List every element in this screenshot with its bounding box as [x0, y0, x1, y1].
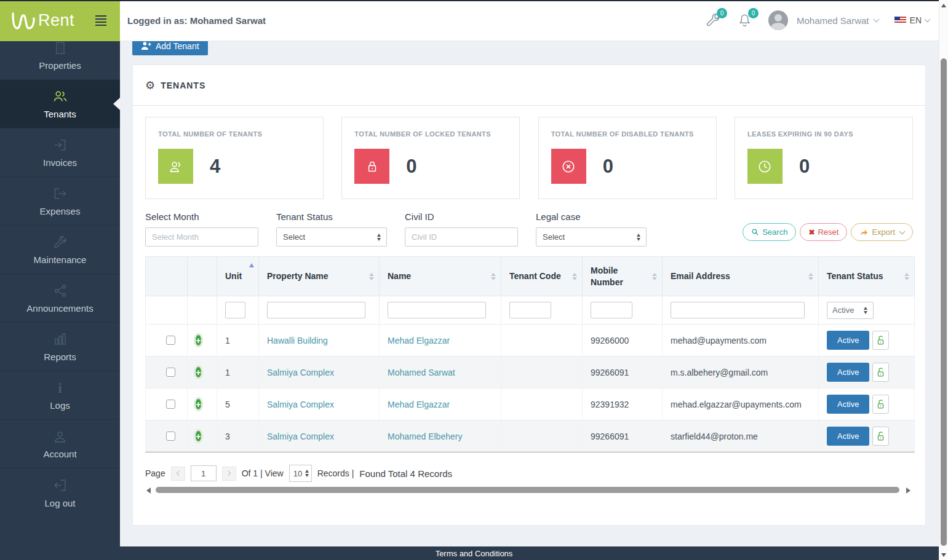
- row-checkbox[interactable]: [166, 336, 175, 345]
- status-button[interactable]: Active: [827, 363, 869, 382]
- stat-value: 0: [603, 156, 613, 178]
- scroll-up-arrow[interactable]: [941, 4, 946, 7]
- maintenance-requests-button[interactable]: 0: [705, 12, 721, 28]
- prev-page-button[interactable]: [171, 467, 185, 481]
- reset-button[interactable]: ✖ Reset: [800, 223, 847, 241]
- selected-value: Active: [832, 306, 854, 315]
- tenant-name-link[interactable]: Mohamed Elbehery: [388, 432, 462, 441]
- unlock-button[interactable]: [872, 395, 889, 414]
- reset-label: Reset: [818, 227, 838, 237]
- mobile-filter-input[interactable]: [591, 302, 632, 318]
- tenants-table: Unit Property Name Name Tenant Code Mobi…: [145, 256, 915, 452]
- selected-value: Select: [543, 232, 565, 242]
- filter-label: Select Month: [145, 211, 258, 222]
- stat-title: TOTAL NUMBER OF LOCKED TENANTS: [354, 129, 508, 140]
- tenant-name-link[interactable]: Mehad Elgazzar: [388, 336, 450, 345]
- unlock-button[interactable]: [872, 363, 889, 382]
- col-header-property[interactable]: Property Name: [259, 257, 380, 296]
- next-page-button[interactable]: [222, 467, 236, 481]
- tenant-name-link[interactable]: Mehad Elgazzar: [388, 400, 450, 409]
- sidebar-item-logs[interactable]: i Logs: [0, 371, 120, 420]
- bell-badge: 0: [748, 8, 759, 18]
- page-label: Page: [145, 468, 165, 478]
- col-header-name[interactable]: Name: [380, 257, 501, 296]
- hamburger-icon[interactable]: [95, 15, 106, 28]
- sidebar-item-reports[interactable]: Reports: [0, 323, 120, 371]
- scroll-down-arrow[interactable]: [941, 553, 946, 557]
- sidebar-item-maintenance[interactable]: Maintenance: [0, 226, 120, 274]
- scroll-right-arrow[interactable]: [906, 487, 910, 494]
- expand-row-button[interactable]: +: [196, 399, 201, 409]
- col-header-status[interactable]: Tenant Status: [819, 257, 915, 296]
- search-icon: [751, 228, 759, 236]
- sidebar-item-account[interactable]: Account: [0, 420, 120, 468]
- language-selector[interactable]: EN: [894, 15, 930, 25]
- notifications-button[interactable]: 0: [737, 12, 752, 28]
- row-checkbox[interactable]: [166, 368, 175, 377]
- wrent-logo-icon[interactable]: [10, 10, 37, 31]
- padlock-open-icon: [876, 367, 885, 377]
- filter-label: Legal case: [536, 211, 647, 222]
- col-header-unit[interactable]: Unit: [217, 257, 259, 296]
- row-checkbox[interactable]: [166, 432, 175, 441]
- vertical-scroll-thumb[interactable]: [941, 58, 947, 546]
- select-month-input[interactable]: [145, 227, 258, 246]
- brand-name[interactable]: Rent: [38, 11, 74, 30]
- page-number-input[interactable]: [191, 465, 217, 481]
- property-link[interactable]: Salmiya Complex: [267, 432, 334, 441]
- sidebar-item-announcements[interactable]: Announcements: [0, 274, 120, 323]
- avatar[interactable]: [768, 10, 788, 30]
- export-label: Export: [872, 227, 895, 237]
- email-filter-input[interactable]: [671, 302, 805, 318]
- padlock-open-icon: [876, 431, 885, 441]
- search-button[interactable]: Search: [743, 223, 796, 241]
- table-filter-row: Active: [146, 296, 915, 325]
- expand-row-button[interactable]: +: [196, 431, 201, 441]
- sort-icon: [572, 273, 577, 280]
- terms-link[interactable]: Terms and Conditions: [436, 549, 513, 558]
- sidebar-item-expenses[interactable]: Expenses: [0, 177, 120, 226]
- stat-title: TOTAL NUMBER OF DISABLED TENANTS: [551, 129, 705, 140]
- sidebar-item-tenants[interactable]: Tenants: [0, 80, 120, 128]
- tenants-panel: ⚙ TENANTS TOTAL NUMBER OF TENANTS 4 TOTA…: [132, 65, 926, 526]
- unlock-button[interactable]: [872, 427, 889, 446]
- status-button[interactable]: Active: [827, 395, 869, 414]
- expand-row-button[interactable]: +: [196, 335, 201, 345]
- col-header-mobile[interactable]: Mobile Number: [583, 257, 663, 296]
- name-filter-input[interactable]: [388, 302, 486, 318]
- stat-card-leases-expiring: LEASES EXPIRING IN 90 DAYS 0: [735, 117, 913, 199]
- property-link[interactable]: Hawalli Building: [267, 336, 328, 345]
- status-button[interactable]: Active: [827, 331, 869, 350]
- scroll-left-arrow[interactable]: [146, 487, 151, 494]
- mobile-cell: 99266000: [583, 325, 663, 357]
- chevron-left-icon: [176, 471, 181, 476]
- sidebar-item-logout[interactable]: Log out: [0, 468, 120, 517]
- expand-row-button[interactable]: +: [196, 367, 201, 377]
- status-button[interactable]: Active: [827, 427, 869, 446]
- tenant-name-link[interactable]: Mohamed Sarwat: [388, 368, 455, 377]
- property-filter-input[interactable]: [267, 302, 365, 318]
- civil-id-input[interactable]: [405, 227, 518, 246]
- logged-in-text: Logged in as: Mohamed Sarwat: [127, 15, 266, 26]
- sign-in-icon: [52, 137, 68, 153]
- row-checkbox[interactable]: [166, 400, 175, 409]
- records-label: Records |: [317, 468, 354, 478]
- sidebar-item-invoices[interactable]: Invoices: [0, 128, 120, 177]
- legal-case-select[interactable]: Select: [536, 227, 647, 246]
- user-menu[interactable]: Mohamed Sarwat: [797, 15, 878, 26]
- property-link[interactable]: Salmiya Complex: [267, 368, 334, 377]
- unit-filter-input[interactable]: [225, 302, 245, 318]
- filter-legal-case: Legal case Select: [536, 211, 647, 246]
- col-header-code[interactable]: Tenant Code: [501, 257, 583, 296]
- unlock-button[interactable]: [872, 331, 889, 350]
- tenant-status-select[interactable]: Select: [276, 227, 387, 246]
- per-page-select[interactable]: 10: [289, 465, 312, 482]
- status-filter-select[interactable]: Active: [827, 302, 874, 319]
- col-header-email[interactable]: Email Address: [663, 257, 819, 296]
- stat-card-locked-tenants: TOTAL NUMBER OF LOCKED TENANTS 0: [341, 117, 520, 199]
- horizontal-scroll-thumb[interactable]: [156, 487, 899, 493]
- code-filter-input[interactable]: [509, 302, 551, 318]
- sidebar-item-label: Log out: [44, 498, 75, 508]
- export-button[interactable]: Export: [851, 223, 913, 241]
- property-link[interactable]: Salmiya Complex: [267, 400, 334, 409]
